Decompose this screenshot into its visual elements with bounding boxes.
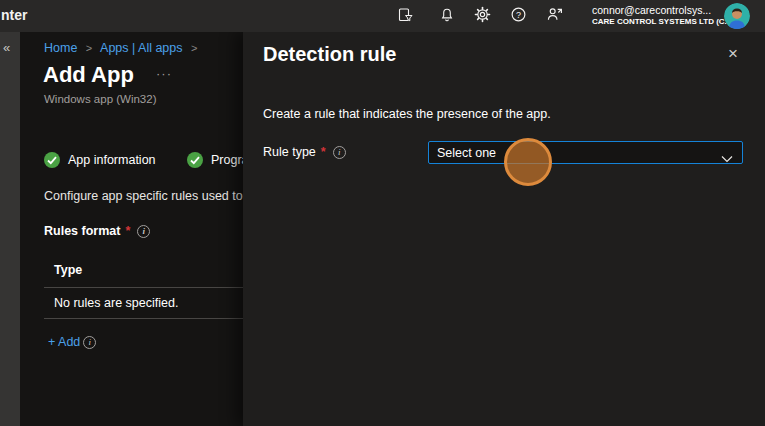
rules-empty-message: No rules are specified.	[54, 296, 178, 310]
app-title: nter	[1, 7, 27, 23]
panel-title: Detection rule	[263, 43, 396, 66]
top-bar: nter	[0, 0, 765, 32]
wizard-step-program[interactable]: Program	[187, 152, 243, 168]
rule-type-dropdown[interactable]: Select one	[428, 141, 743, 164]
account-email: connor@carecontrolsys...	[592, 3, 722, 17]
panel-description: Create a rule that indicates the presenc…	[263, 107, 551, 121]
avatar[interactable]	[724, 3, 750, 29]
account-organization: CARE CONTROL SYSTEMS LTD (C...	[592, 17, 722, 27]
gear-icon	[474, 6, 491, 26]
breadcrumb-all-apps-link[interactable]: Apps | All apps	[100, 41, 182, 55]
wizard-step-label: Program	[211, 153, 243, 167]
check-icon	[44, 152, 60, 168]
svg-text:?: ?	[515, 10, 520, 20]
person-feedback-icon	[546, 6, 563, 26]
account-menu[interactable]: connor@carecontrolsys... CARE CONTROL SY…	[592, 3, 722, 27]
close-button[interactable]: ×	[728, 44, 738, 64]
avatar-photo	[724, 3, 750, 29]
settings-button[interactable]	[471, 6, 493, 26]
info-icon[interactable]: i	[137, 225, 150, 238]
page-subtitle: Windows app (Win32)	[44, 93, 156, 105]
rule-type-label: Rule type	[263, 145, 316, 159]
chevron-down-icon	[721, 149, 733, 167]
info-icon[interactable]: i	[333, 146, 346, 159]
divider	[44, 287, 243, 288]
add-app-page: Home > Apps | All apps > Add App ··· Win…	[20, 32, 243, 426]
directory-filter-button[interactable]	[394, 6, 416, 26]
rules-format-label-row: Rules format * i	[44, 224, 150, 238]
add-rule-link[interactable]: + Add i	[48, 335, 96, 349]
check-icon	[187, 152, 203, 168]
notifications-button[interactable]	[436, 6, 458, 26]
directory-filter-icon	[397, 7, 413, 26]
page-title: Add App	[43, 62, 134, 88]
add-rule-label: + Add	[48, 335, 80, 349]
sidebar-rail: «	[0, 32, 20, 426]
breadcrumb-home-link[interactable]: Home	[44, 41, 77, 55]
feedback-button[interactable]	[543, 6, 565, 26]
divider	[44, 318, 243, 319]
required-asterisk: *	[125, 224, 130, 238]
more-options-button[interactable]: ···	[156, 66, 172, 81]
rule-type-dropdown-value: Select one	[437, 146, 496, 160]
info-icon[interactable]: i	[83, 336, 96, 349]
rules-format-label: Rules format	[44, 224, 120, 238]
wizard-step-label: App information	[68, 153, 156, 167]
rules-table-header-type: Type	[54, 263, 82, 277]
chevron-right-icon: >	[86, 42, 92, 54]
required-asterisk: *	[321, 145, 326, 159]
wizard-step-app-information[interactable]: App information	[44, 152, 156, 168]
bell-icon	[439, 7, 455, 26]
detection-rule-panel: Detection rule × Create a rule that indi…	[243, 32, 765, 426]
intune-admin-center-window: nter	[0, 0, 765, 426]
rules-section-description: Configure app specific rules used to de	[44, 189, 243, 203]
help-icon: ?	[510, 6, 527, 26]
breadcrumb: Home > Apps | All apps >	[44, 41, 202, 55]
chevron-right-icon: >	[191, 42, 197, 54]
rule-type-label-row: Rule type * i	[263, 145, 346, 159]
help-button[interactable]: ?	[507, 6, 529, 26]
sidebar-collapse-button[interactable]: «	[3, 40, 10, 55]
